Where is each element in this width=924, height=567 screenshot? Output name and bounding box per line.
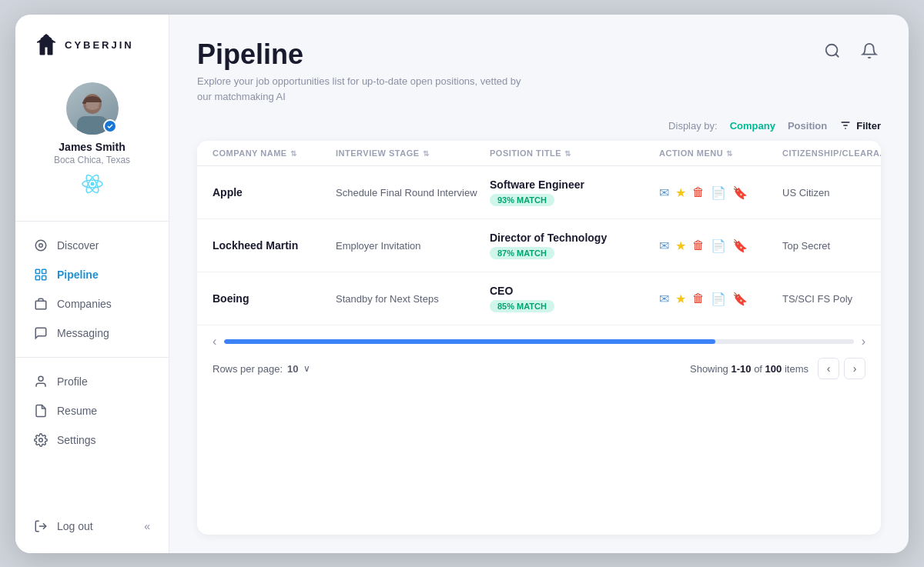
user-location: Boca Chica, Texas <box>54 155 130 165</box>
svg-point-19 <box>826 44 838 55</box>
th-clearance-label: CITIZENSHIP/CLEARA... <box>782 148 881 158</box>
next-page-button[interactable]: › <box>844 358 865 379</box>
top-bar: Pipeline Explore your job opportunities … <box>197 39 881 105</box>
sidebar-item-profile[interactable]: Profile <box>15 367 169 396</box>
sidebar-item-pipeline-label: Pipeline <box>57 268 99 281</box>
scroll-left-arrow[interactable]: ‹ <box>213 335 216 349</box>
logout-item[interactable]: Log out « <box>15 512 169 541</box>
sidebar-item-resume[interactable]: Resume <box>15 396 169 425</box>
rows-per-page: Rows per page: 10 ∨ <box>213 363 310 375</box>
trash-icon-apple[interactable]: 🗑 <box>692 185 705 199</box>
page-title: Pipeline <box>197 39 521 70</box>
logo: CYBERJIN <box>15 33 169 76</box>
logo-text: CYBERJIN <box>65 39 134 51</box>
svg-point-8 <box>35 240 46 251</box>
bell-icon <box>861 42 878 59</box>
sidebar-item-messaging[interactable]: Messaging <box>15 319 169 348</box>
table-row: Lockheed Martin Employer Invitation Dire… <box>197 219 881 272</box>
avatar-badge <box>103 119 117 133</box>
doc-icon-apple[interactable]: 📄 <box>711 185 726 200</box>
display-by-label: Display by: <box>668 120 718 132</box>
filter-button[interactable]: Filter <box>839 119 881 132</box>
mail-icon-apple[interactable]: ✉ <box>659 185 669 200</box>
sidebar-item-resume-label: Resume <box>57 405 97 417</box>
scroll-right-arrow[interactable]: › <box>862 335 865 349</box>
page-nav: ‹ › <box>818 358 865 379</box>
showing-total: 100 <box>765 363 782 375</box>
sidebar-item-companies[interactable]: Companies <box>15 289 169 319</box>
divider-1 <box>15 221 169 222</box>
clearance-apple: US Citizen <box>782 187 881 198</box>
th-action: ACTION MENU ⇅ <box>659 148 782 158</box>
company-name-boeing: Boeing <box>213 292 336 305</box>
search-icon <box>824 42 841 59</box>
bookmark-icon-boeing[interactable]: 🔖 <box>732 292 748 306</box>
stage-apple: Schedule Final Round Interview <box>336 187 490 198</box>
svg-point-9 <box>39 243 43 247</box>
trash-icon-lockheed[interactable]: 🗑 <box>692 238 705 252</box>
svg-rect-13 <box>42 275 46 279</box>
th-stage: INTERVIEW STAGE ⇅ <box>336 148 490 158</box>
display-company-btn[interactable]: Company <box>730 120 775 132</box>
star-icon-lockheed[interactable]: ★ <box>675 238 686 253</box>
mail-icon-lockheed[interactable]: ✉ <box>659 238 669 253</box>
rows-dropdown-icon[interactable]: ∨ <box>303 363 310 374</box>
sort-company-icon[interactable]: ⇅ <box>290 149 297 158</box>
sort-stage-icon[interactable]: ⇅ <box>423 149 430 158</box>
trash-icon-boeing[interactable]: 🗑 <box>692 292 705 305</box>
prev-page-button[interactable]: ‹ <box>818 358 839 379</box>
divider-2 <box>15 357 169 358</box>
star-icon-boeing[interactable]: ★ <box>675 292 686 306</box>
actions-lockheed: ✉ ★ 🗑 📄 🔖 <box>659 238 782 253</box>
main-content: Pipeline Explore your job opportunities … <box>169 15 909 553</box>
profile-section: James Smith Boca Chica, Texas <box>15 76 169 212</box>
svg-point-16 <box>38 376 43 381</box>
sidebar-item-messaging-label: Messaging <box>57 327 109 339</box>
bookmark-icon-apple[interactable]: 🔖 <box>732 185 748 200</box>
sidebar: CYBERJIN James Smith <box>15 15 169 553</box>
nav-bottom: Log out « <box>15 512 169 541</box>
resume-icon <box>34 404 48 418</box>
match-badge-apple: 93% MATCH <box>490 194 554 206</box>
search-button[interactable] <box>821 39 844 65</box>
svg-line-20 <box>835 54 839 57</box>
sidebar-item-discover[interactable]: Discover <box>15 231 169 260</box>
main-nav: Discover Pipeline Companies Messaging <box>15 231 169 348</box>
sidebar-item-settings[interactable]: Settings <box>15 425 169 455</box>
sort-action-icon[interactable]: ⇅ <box>726 149 733 158</box>
sidebar-item-pipeline[interactable]: Pipeline <box>15 260 169 289</box>
page-header: Pipeline Explore your job opportunities … <box>197 39 521 105</box>
display-position-btn[interactable]: Position <box>788 120 827 132</box>
svg-rect-3 <box>82 102 86 104</box>
doc-icon-lockheed[interactable]: 📄 <box>711 238 726 253</box>
stage-boeing: Standby for Next Steps <box>336 293 490 305</box>
svg-point-17 <box>39 438 43 442</box>
notification-button[interactable] <box>858 39 881 65</box>
doc-icon-boeing[interactable]: 📄 <box>711 292 726 306</box>
table-row: Boeing Standby for Next Steps CEO 85% MA… <box>197 272 881 325</box>
pagination-bar: Rows per page: 10 ∨ Showing 1-10 of 100 … <box>213 358 865 379</box>
table-row: Apple Schedule Final Round Interview Sof… <box>197 166 881 219</box>
showing-text: Showing 1-10 of 100 items <box>690 363 808 375</box>
sidebar-item-discover-label: Discover <box>57 239 99 252</box>
position-boeing: CEO 85% MATCH <box>490 285 659 312</box>
table-footer: ‹ › Rows per page: 10 ∨ Showing <box>197 325 881 382</box>
sort-position-icon[interactable]: ⇅ <box>564 149 571 158</box>
mail-icon-boeing[interactable]: ✉ <box>659 292 669 306</box>
th-action-label: ACTION MENU <box>659 148 723 158</box>
scrollbar-track[interactable] <box>224 339 853 344</box>
svg-rect-12 <box>42 269 46 273</box>
collapse-icon[interactable]: « <box>144 520 150 532</box>
svg-point-7 <box>90 182 94 185</box>
star-icon-apple[interactable]: ★ <box>675 185 686 200</box>
display-bar: Display by: Company Position Filter <box>197 119 881 132</box>
showing-label: Showing <box>690 363 728 375</box>
th-company-label: COMPANY NAME <box>213 148 287 158</box>
subtitle-line1: Explore your job opportunities list for … <box>197 75 521 87</box>
bookmark-icon-lockheed[interactable]: 🔖 <box>732 238 748 253</box>
app-window: CYBERJIN James Smith <box>15 15 909 553</box>
settings-icon <box>34 433 48 447</box>
discover-icon <box>34 238 48 252</box>
rows-per-page-value: 10 <box>287 363 298 375</box>
pipeline-table: COMPANY NAME ⇅ INTERVIEW STAGE ⇅ POSITIO… <box>197 141 881 534</box>
